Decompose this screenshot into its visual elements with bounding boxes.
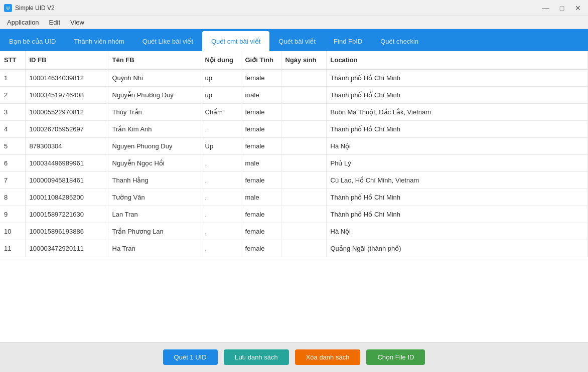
cell-id: 100011084285200 xyxy=(25,189,108,206)
cell-ten: Nguyễn Ngọc Hồi xyxy=(108,155,201,172)
cell-ngaysinh xyxy=(281,155,326,172)
tab-find-fbid[interactable]: Find FbID xyxy=(325,31,371,51)
col-header-gioitinh: Giới Tính xyxy=(241,51,281,69)
table-body: 1 100014634039812 Quỳnh Nhi up female Th… xyxy=(0,69,588,257)
cell-ten: Ha Tran xyxy=(108,240,201,257)
quet1uid-button[interactable]: Quét 1 UID xyxy=(163,349,218,365)
tab-thanh-vien-nhom[interactable]: Thành viên nhóm xyxy=(65,31,133,51)
cell-ngaysinh xyxy=(281,206,326,223)
table-row: 11 100003472920111 Ha Tran . female Quản… xyxy=(0,240,588,257)
cell-noidung: . xyxy=(201,223,241,240)
cell-gioitinh: female xyxy=(241,104,281,121)
table-row: 6 100034496989961 Nguyễn Ngọc Hồi . male… xyxy=(0,155,588,172)
cell-id: 100000945818461 xyxy=(25,172,108,189)
title-bar-controls: — □ ✕ xyxy=(540,3,584,13)
cell-location: Thành phố Hồ Chí Minh xyxy=(326,69,588,87)
cell-ngaysinh xyxy=(281,189,326,206)
cell-stt: 3 xyxy=(0,104,25,121)
cell-id: 100034519746408 xyxy=(25,87,108,104)
cell-stt: 6 xyxy=(0,155,25,172)
cell-id: 100014634039812 xyxy=(25,69,108,87)
maximize-button[interactable]: □ xyxy=(556,3,568,13)
cell-ngaysinh xyxy=(281,104,326,121)
cell-stt: 7 xyxy=(0,172,25,189)
cell-gioitinh: female xyxy=(241,206,281,223)
table-row: 1 100014634039812 Quỳnh Nhi up female Th… xyxy=(0,69,588,87)
menu-bar: Application Edit View xyxy=(0,16,588,29)
table-header-row: STT ID FB Tên FB Nội dung Giới Tính Ngày… xyxy=(0,51,588,69)
xoa-danh-sach-button[interactable]: Xóa danh sách xyxy=(295,349,361,365)
tab-quet-like-bai-viet[interactable]: Quét Like bài viết xyxy=(133,31,202,51)
cell-ngaysinh xyxy=(281,240,326,257)
cell-noidung: Up xyxy=(201,138,241,155)
cell-ten: Quỳnh Nhi xyxy=(108,69,201,87)
cell-ngaysinh xyxy=(281,87,326,104)
cell-ngaysinh xyxy=(281,223,326,240)
app-icon: U xyxy=(4,4,12,12)
cell-noidung: . xyxy=(201,189,241,206)
col-header-ten: Tên FB xyxy=(108,51,201,69)
cell-location: Quảng Ngãi (thành phố) xyxy=(326,240,588,257)
cell-noidung: . xyxy=(201,155,241,172)
cell-ngaysinh xyxy=(281,138,326,155)
cell-ngaysinh xyxy=(281,121,326,138)
title-bar-left: U Simple UID V2 xyxy=(4,4,55,12)
cell-ten: Nguyen Phuong Duy xyxy=(108,138,201,155)
cell-stt: 8 xyxy=(0,189,25,206)
cell-stt: 5 xyxy=(0,138,25,155)
cell-noidung: . xyxy=(201,172,241,189)
luu-danh-sach-button[interactable]: Lưu danh sách xyxy=(224,349,289,365)
cell-id: 100003472920111 xyxy=(25,240,108,257)
cell-stt: 4 xyxy=(0,121,25,138)
menu-item-application[interactable]: Application xyxy=(2,17,44,28)
cell-gioitinh: male xyxy=(241,155,281,172)
cell-location: Cù Lao, Hồ Chí Minh, Vietnam xyxy=(326,172,588,189)
cell-gioitinh: female xyxy=(241,240,281,257)
col-header-noidung: Nội dung xyxy=(201,51,241,69)
cell-ten: Trần Kim Anh xyxy=(108,121,201,138)
table-wrapper[interactable]: STT ID FB Tên FB Nội dung Giới Tính Ngày… xyxy=(0,51,588,342)
menu-item-edit[interactable]: Edit xyxy=(44,17,65,28)
cell-gioitinh: male xyxy=(241,87,281,104)
cell-noidung: up xyxy=(201,87,241,104)
cell-gioitinh: female xyxy=(241,138,281,155)
cell-id: 100005522970812 xyxy=(25,104,108,121)
cell-gioitinh: female xyxy=(241,69,281,87)
cell-location: Thành phố Hồ Chí Minh xyxy=(326,87,588,104)
col-header-stt: STT xyxy=(0,51,25,69)
table-row: 7 100000945818461 Thanh Hằng . female Cù… xyxy=(0,172,588,189)
cell-location: Thành phố Hồ Chí Minh xyxy=(326,206,588,223)
cell-location: Thành phố Hồ Chí Minh xyxy=(326,189,588,206)
main-content: STT ID FB Tên FB Nội dung Giới Tính Ngày… xyxy=(0,51,588,342)
bottom-bar: Quét 1 UID Lưu danh sách Xóa danh sách C… xyxy=(0,342,588,372)
cell-id: 100034496989961 xyxy=(25,155,108,172)
cell-location: Thành phố Hồ Chí Minh xyxy=(326,121,588,138)
table-row: 3 100005522970812 Thúy Trần Chấm female … xyxy=(0,104,588,121)
cell-noidung: . xyxy=(201,121,241,138)
table-row: 9 100015897221630 Lan Tran . female Thàn… xyxy=(0,206,588,223)
cell-id: 100026705952697 xyxy=(25,121,108,138)
table-row: 10 100015896193886 Trần Phương Lan . fem… xyxy=(0,223,588,240)
cell-gioitinh: female xyxy=(241,223,281,240)
cell-ten: Lan Tran xyxy=(108,206,201,223)
col-header-ngaysinh: Ngày sinh xyxy=(281,51,326,69)
chon-file-id-button[interactable]: Chọn File ID xyxy=(366,349,425,365)
cell-ten: Trần Phương Lan xyxy=(108,223,201,240)
cell-noidung: . xyxy=(201,206,241,223)
cell-ten: Tường Văn xyxy=(108,189,201,206)
cell-noidung: . xyxy=(201,240,241,257)
cell-stt: 1 xyxy=(0,69,25,87)
menu-item-view[interactable]: View xyxy=(65,17,89,28)
cell-stt: 9 xyxy=(0,206,25,223)
title-bar: U Simple UID V2 — □ ✕ xyxy=(0,0,588,16)
tab-quet-checkin[interactable]: Quét checkin xyxy=(371,31,427,51)
tab-ban-be-cua-uid[interactable]: Bạn bè của UID xyxy=(0,31,65,51)
tab-quet-cmt-bai-viet[interactable]: Quét cmt bài viết xyxy=(202,31,269,51)
cell-noidung: Chấm xyxy=(201,104,241,121)
minimize-button[interactable]: — xyxy=(540,3,552,13)
table-row: 5 879300304 Nguyen Phuong Duy Up female … xyxy=(0,138,588,155)
close-button[interactable]: ✕ xyxy=(572,3,584,13)
cell-location: Hà Nội xyxy=(326,138,588,155)
tab-quet-bai-viet[interactable]: Quét bài viết xyxy=(269,31,325,51)
cell-ngaysinh xyxy=(281,69,326,87)
